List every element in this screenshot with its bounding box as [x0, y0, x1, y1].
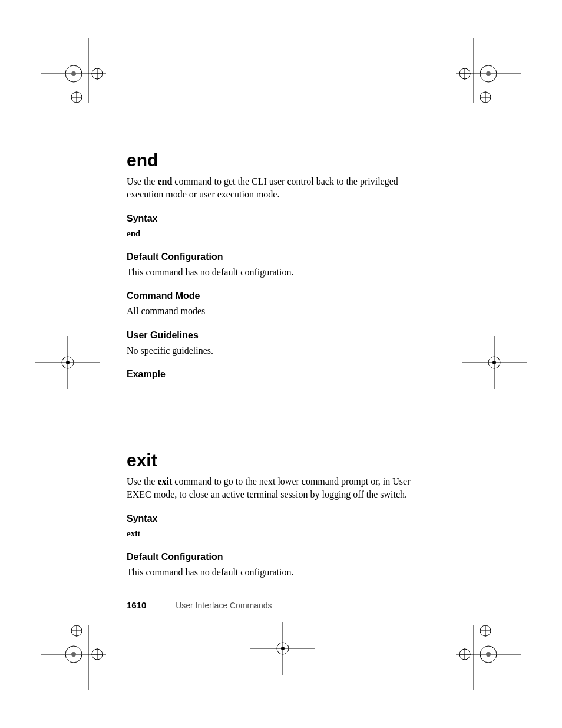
- footer-title: User Interface Commands: [176, 601, 272, 610]
- default-config-heading: Default Configuration: [127, 552, 433, 562]
- text: Use the: [127, 176, 157, 186]
- command-intro-end: Use the end command to get the CLI user …: [127, 175, 433, 202]
- registration-mark-icon: [456, 38, 521, 103]
- registration-mark-icon: [41, 38, 106, 103]
- command-title-end: end: [127, 150, 433, 170]
- command-title-exit: exit: [127, 450, 433, 470]
- user-guidelines-heading: User Guidelines: [127, 330, 433, 341]
- syntax-heading: Syntax: [127, 513, 433, 524]
- command-section-exit: exit Use the exit command to go to the n…: [127, 450, 433, 579]
- example-heading: Example: [127, 369, 433, 380]
- registration-mark-icon: [41, 625, 106, 690]
- default-config-body: This command has no default configuratio…: [127, 266, 433, 279]
- command-mode-heading: Command Mode: [127, 291, 433, 301]
- svg-point-41: [486, 652, 491, 657]
- registration-mark-icon: [250, 616, 315, 681]
- command-intro-exit: Use the exit command to go to the next l…: [127, 475, 433, 502]
- command-keyword: end: [157, 176, 172, 186]
- page-content: end Use the end command to get the CLI u…: [127, 150, 433, 581]
- footer-divider: |: [160, 601, 162, 610]
- syntax-command: end: [127, 228, 433, 240]
- default-config-heading: Default Configuration: [127, 252, 433, 262]
- page-number: 1610: [127, 600, 146, 610]
- syntax-heading: Syntax: [127, 213, 433, 224]
- registration-mark-icon: [35, 330, 100, 395]
- user-guidelines-body: No specific guidelines.: [127, 344, 433, 357]
- syntax-command: exit: [127, 528, 433, 540]
- svg-point-13: [486, 71, 491, 76]
- text: Use the: [127, 476, 157, 486]
- svg-point-51: [281, 647, 285, 650]
- registration-mark-icon: [456, 625, 521, 690]
- registration-mark-icon: [462, 330, 527, 395]
- svg-point-3: [71, 71, 76, 76]
- svg-point-23: [66, 361, 70, 364]
- svg-point-31: [71, 652, 76, 657]
- page-footer: 1610 | User Interface Commands: [127, 600, 272, 611]
- command-mode-body: All command modes: [127, 305, 433, 318]
- default-config-body: This command has no default configuratio…: [127, 566, 433, 579]
- svg-point-27: [492, 361, 496, 364]
- command-keyword: exit: [157, 476, 172, 486]
